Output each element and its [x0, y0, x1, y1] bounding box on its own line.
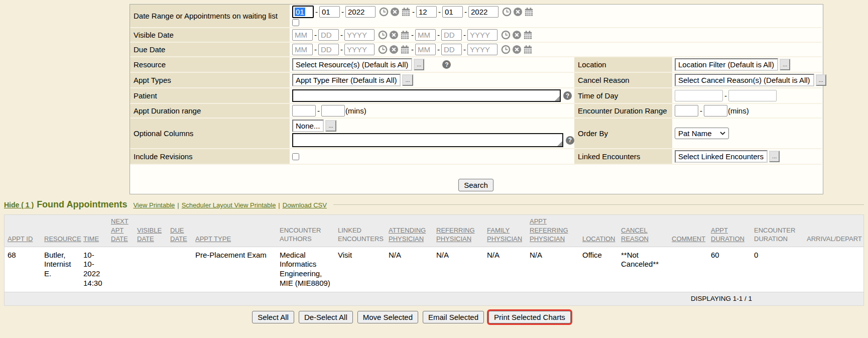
- cell-visible-date: [134, 247, 167, 292]
- linked-encounters-browse-button[interactable]: ...: [769, 151, 780, 162]
- selected-text: 01: [295, 8, 305, 16]
- cell-appt-type: Pre-Placement Exam: [192, 247, 277, 292]
- order-by-select[interactable]: Pat Name: [675, 128, 729, 139]
- units-label: (mins): [345, 106, 366, 115]
- divider: [333, 204, 864, 205]
- visible-date-from-year-input[interactable]: [344, 29, 375, 41]
- visible-date-to-day-input[interactable]: [441, 29, 462, 41]
- time-of-day-start-input[interactable]: [675, 90, 723, 101]
- scheduler-layout-view-printable-link[interactable]: Scheduler Layout View Printable: [182, 201, 276, 209]
- clear-date-icon[interactable]: [389, 30, 399, 40]
- include-revisions-checkbox[interactable]: [292, 153, 299, 160]
- due-date-to-day-input[interactable]: [441, 44, 462, 55]
- download-csv-link[interactable]: Download CSV: [283, 201, 327, 209]
- chevron-down-icon: [720, 132, 725, 135]
- due-date-from-month-input[interactable]: [292, 44, 313, 55]
- linked-encounters-label: Linked Encounters: [574, 149, 672, 165]
- due-date-from-day-input[interactable]: [318, 44, 339, 55]
- cell-comment: [669, 247, 708, 292]
- clear-date-icon[interactable]: [390, 7, 400, 17]
- cancel-reason-browse-button[interactable]: ...: [816, 74, 826, 86]
- date-range-to-month-input[interactable]: [416, 6, 437, 18]
- appt-type-picker[interactable]: Appt Type Filter (Default is All): [292, 74, 401, 86]
- date-range-from-year-input[interactable]: [345, 6, 376, 18]
- time-of-day-label: Time of Day: [574, 88, 672, 104]
- results-title: Found Appointments: [37, 199, 127, 210]
- encounter-duration-min-input[interactable]: [675, 105, 698, 117]
- calendar-icon[interactable]: [523, 30, 533, 40]
- calendar-icon[interactable]: [523, 45, 533, 54]
- appt-duration-min-input[interactable]: [292, 105, 316, 117]
- clock-icon[interactable]: [378, 45, 388, 54]
- date-range-to-year-input[interactable]: [468, 6, 499, 18]
- date-range-to-day-input[interactable]: [442, 6, 463, 18]
- units-label: (mins): [728, 106, 749, 115]
- resource-picker[interactable]: Select Resource(s) (Default is All): [292, 58, 412, 71]
- col-appt-duration: APPT DURATION: [708, 215, 751, 247]
- clock-icon[interactable]: [502, 7, 512, 17]
- table-row[interactable]: 68 Butler, Internist E. 10-10-2022 14:30…: [5, 247, 863, 292]
- calendar-icon[interactable]: [400, 45, 410, 54]
- due-date-to-year-input[interactable]: [467, 44, 498, 55]
- de-select-all-button[interactable]: De-Select All: [299, 311, 353, 323]
- optional-columns-picker[interactable]: None...: [292, 120, 324, 132]
- clear-date-icon[interactable]: [513, 7, 523, 17]
- appt-type-browse-button[interactable]: ...: [402, 74, 413, 86]
- cell-next-apt-date: [108, 247, 134, 292]
- col-referring-physician: REFERRING PHYSICIAN: [433, 215, 484, 247]
- select-all-button[interactable]: Select All: [252, 311, 294, 323]
- cell-time: 10-10-2022 14:30: [80, 247, 108, 292]
- appt-duration-max-input[interactable]: [321, 105, 345, 117]
- help-icon[interactable]: ?: [563, 91, 572, 100]
- print-selected-charts-button[interactable]: Print Selected Charts: [488, 311, 571, 323]
- cell-appt-duration: 60: [708, 247, 751, 292]
- optional-columns-browse-button[interactable]: ...: [325, 120, 336, 132]
- help-icon[interactable]: ?: [566, 136, 574, 145]
- view-printable-link[interactable]: View Printable: [133, 201, 175, 209]
- resource-browse-button[interactable]: ...: [414, 59, 424, 70]
- date-range-from-month-input[interactable]: 01: [292, 6, 314, 18]
- order-by-value: Pat Name: [678, 129, 712, 138]
- cell-arrival-depart: [804, 247, 863, 292]
- waiting-list-checkbox[interactable]: [292, 19, 299, 26]
- clock-icon[interactable]: [378, 30, 388, 40]
- visible-date-from-month-input[interactable]: [292, 29, 313, 41]
- clock-icon[interactable]: [501, 45, 511, 54]
- due-date-from-year-input[interactable]: [344, 44, 375, 55]
- encounter-duration-max-input[interactable]: [704, 105, 727, 117]
- time-of-day-end-input[interactable]: [728, 90, 777, 101]
- linked-encounters-picker[interactable]: Select Linked Encounters: [675, 150, 768, 163]
- location-picker[interactable]: Location Filter (Default is All): [675, 58, 778, 71]
- hide-results-link[interactable]: Hide ( 1 ): [4, 201, 34, 209]
- calendar-icon[interactable]: [524, 7, 534, 17]
- calendar-icon[interactable]: [400, 30, 410, 40]
- help-icon[interactable]: ?: [442, 60, 451, 69]
- search-button[interactable]: Search: [458, 179, 493, 191]
- visible-date-to-year-input[interactable]: [467, 29, 498, 41]
- col-arrival-depart: ARRIVAL/DEPART: [804, 215, 863, 247]
- location-browse-button[interactable]: ...: [780, 59, 790, 70]
- cell-family-physician: N/A: [484, 247, 527, 292]
- col-location: LOCATION: [579, 215, 618, 247]
- clock-icon[interactable]: [379, 7, 389, 17]
- patient-label: Patient: [130, 88, 290, 104]
- clear-date-icon[interactable]: [512, 45, 522, 54]
- email-selected-button[interactable]: Email Selected: [423, 311, 484, 323]
- due-date-to-month-input[interactable]: [415, 44, 436, 55]
- visible-date-to-month-input[interactable]: [415, 29, 436, 41]
- calendar-icon[interactable]: [401, 7, 411, 17]
- clear-date-icon[interactable]: [512, 30, 522, 40]
- appt-duration-label: Appt Duration range: [130, 104, 290, 119]
- cancel-reason-picker[interactable]: Select Cancel Reason(s) (Default is All): [675, 74, 814, 86]
- date-range-from-day-input[interactable]: [319, 6, 340, 18]
- patient-input[interactable]: [292, 89, 561, 102]
- order-by-label: Order By: [574, 119, 672, 149]
- appointment-search-form: Date Range or Appointments on waiting li…: [130, 4, 823, 194]
- clock-icon[interactable]: [501, 30, 511, 40]
- move-selected-button[interactable]: Move Selected: [357, 311, 418, 323]
- displaying-count: DISPLAYING 1-1 / 1: [5, 292, 863, 305]
- optional-columns-input[interactable]: [292, 133, 563, 147]
- clear-date-icon[interactable]: [389, 45, 399, 54]
- encounter-duration-label: Encounter Duration Range: [574, 104, 672, 119]
- visible-date-from-day-input[interactable]: [318, 29, 339, 41]
